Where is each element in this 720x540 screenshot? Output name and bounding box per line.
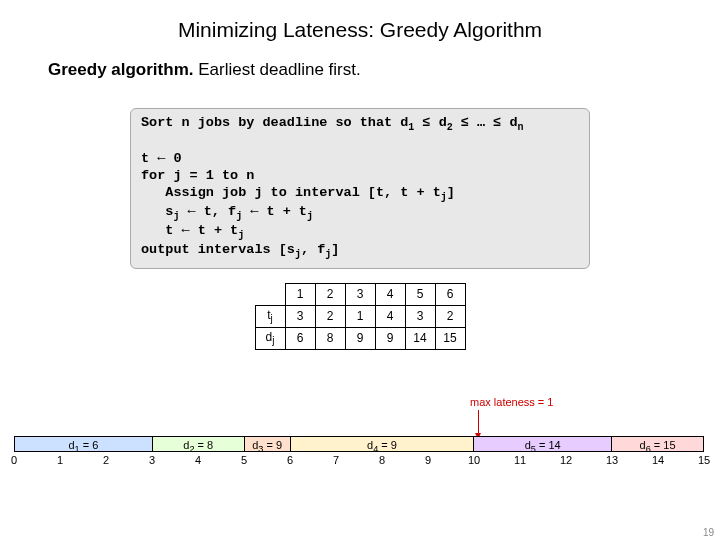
tick-label: 12 (560, 454, 572, 466)
code-line: for j = 1 to n (141, 168, 254, 183)
code-line: s (141, 204, 173, 219)
code-line: output intervals [s (141, 242, 295, 257)
t: ← t + t (242, 204, 307, 219)
tick-label: 6 (287, 454, 293, 466)
sub: j (238, 230, 244, 241)
td: 15 (435, 327, 465, 349)
code-line: t ← t + t (141, 223, 238, 238)
table-row-t: tj 3 2 1 4 3 2 (255, 305, 465, 327)
td: 3 (285, 305, 315, 327)
tick-label: 7 (333, 454, 339, 466)
tick-label: 3 (149, 454, 155, 466)
max-lateness-label: max lateness = 1 (470, 396, 590, 408)
pseudocode-box: Sort n jobs by deadline so that d1 ≤ d2 … (130, 108, 590, 269)
arrow-icon (478, 410, 479, 438)
code-line: Assign job j to interval [t, t + t (141, 185, 441, 200)
schedule-bar: d3 = 9 (244, 436, 290, 452)
code-line: t ← 0 (141, 151, 182, 166)
page-number: 19 (703, 527, 714, 538)
algorithm-statement: Greedy algorithm. Earliest deadline firs… (0, 60, 720, 80)
td: 14 (405, 327, 435, 349)
sub: j (307, 211, 313, 222)
schedule-bar: d4 = 9 (290, 436, 474, 452)
t: , f (301, 242, 325, 257)
td: 6 (285, 327, 315, 349)
statement-bold: Greedy algorithm. (48, 60, 193, 79)
td: 4 (375, 305, 405, 327)
statement-rest: Earliest deadline first. (193, 60, 360, 79)
job-table: 1 2 3 4 5 6 tj 3 2 1 4 3 2 dj 6 8 9 9 14… (255, 283, 466, 350)
schedule-bars: d1 = 6d2 = 8d3 = 9d4 = 9d5 = 14d6 = 15 (14, 436, 704, 452)
schedule-bar: d2 = 8 (152, 436, 244, 452)
table-row-d: dj 6 8 9 9 14 15 (255, 327, 465, 349)
t: ] (331, 242, 339, 257)
sub: n (518, 122, 524, 133)
t: ] (447, 185, 455, 200)
tick-label: 5 (241, 454, 247, 466)
tick-label: 15 (698, 454, 710, 466)
tick-label: 10 (468, 454, 480, 466)
tick-label: 1 (57, 454, 63, 466)
th: 5 (405, 283, 435, 305)
schedule-bar: d1 = 6 (14, 436, 152, 452)
tick-label: 14 (652, 454, 664, 466)
schedule-bar: d6 = 15 (611, 436, 703, 452)
row-label: dj (255, 327, 285, 349)
td: 2 (435, 305, 465, 327)
tick-label: 11 (514, 454, 526, 466)
td: 9 (375, 327, 405, 349)
schedule-chart: d1 = 6d2 = 8d3 = 9d4 = 9d5 = 14d6 = 15 0… (14, 436, 704, 466)
td: 3 (405, 305, 435, 327)
t: ← t, f (179, 204, 236, 219)
table-row-head: 1 2 3 4 5 6 (255, 283, 465, 305)
th: 2 (315, 283, 345, 305)
th: 6 (435, 283, 465, 305)
td: 2 (315, 305, 345, 327)
th: 1 (285, 283, 315, 305)
tick-label: 9 (425, 454, 431, 466)
tick-label: 8 (379, 454, 385, 466)
schedule-bar: d5 = 14 (473, 436, 611, 452)
schedule-ticks: 0123456789101112131415 (14, 452, 704, 466)
t: ≤ … ≤ d (453, 115, 518, 130)
tick-label: 13 (606, 454, 618, 466)
row-label: tj (255, 305, 285, 327)
th: 3 (345, 283, 375, 305)
t: ≤ d (414, 115, 446, 130)
th: 4 (375, 283, 405, 305)
tick-label: 2 (103, 454, 109, 466)
tick-label: 4 (195, 454, 201, 466)
tick-label: 0 (11, 454, 17, 466)
code-line: Sort n jobs by deadline so that d (141, 115, 408, 130)
td: 1 (345, 305, 375, 327)
page-title: Minimizing Lateness: Greedy Algorithm (0, 0, 720, 60)
td: 9 (345, 327, 375, 349)
td: 8 (315, 327, 345, 349)
